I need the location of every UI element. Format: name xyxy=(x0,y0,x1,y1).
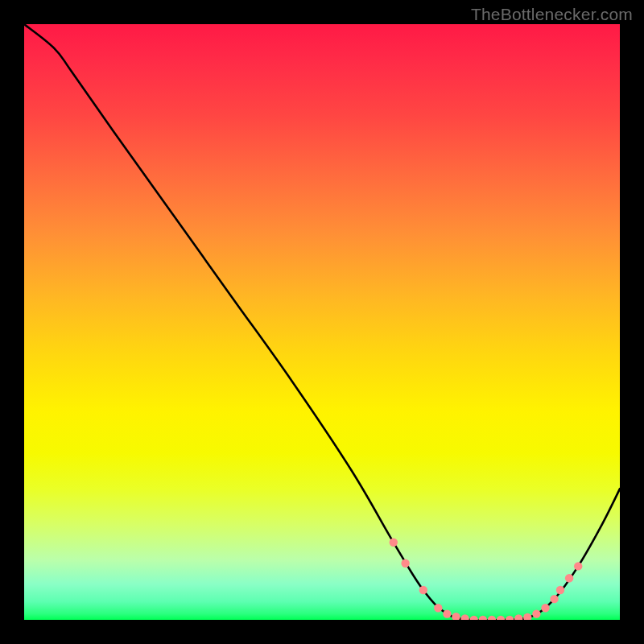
curve-dot xyxy=(434,604,442,612)
curve-dot xyxy=(574,562,582,570)
curve-dot xyxy=(479,616,487,620)
curve-dot xyxy=(550,595,558,603)
curve-dot xyxy=(401,559,409,568)
curve-dot xyxy=(532,609,540,617)
curve-dot xyxy=(443,609,451,617)
chart-points-layer xyxy=(24,24,620,620)
curve-dots xyxy=(390,539,583,620)
curve-dot xyxy=(514,614,522,620)
curve-dot xyxy=(506,616,514,620)
curve-dot xyxy=(390,539,398,547)
curve-dot xyxy=(523,613,531,620)
curve-dot xyxy=(541,604,549,612)
curve-dot xyxy=(497,616,505,620)
curve-dot xyxy=(488,616,496,620)
curve-dot xyxy=(556,586,564,594)
curve-dot xyxy=(470,616,478,620)
curve-dot xyxy=(419,586,427,594)
curve-dot xyxy=(460,614,469,620)
chart-plot-area xyxy=(24,24,620,620)
attribution-text: TheBottlenecker.com xyxy=(471,5,633,24)
curve-dot xyxy=(565,574,573,582)
curve-dot xyxy=(452,613,460,620)
